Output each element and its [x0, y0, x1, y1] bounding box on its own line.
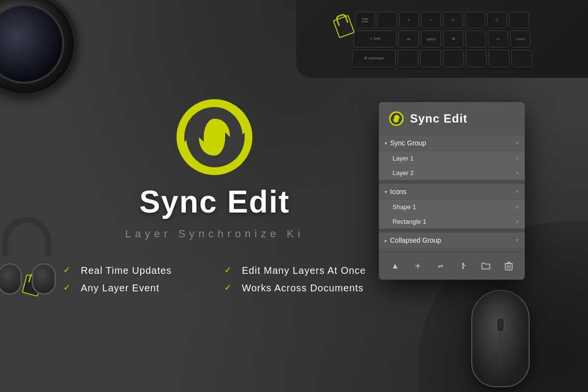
icons-group-chevron: ▾ — [385, 189, 387, 195]
check-icon-4: ✓ — [224, 282, 236, 294]
check-icon-1: ✓ — [63, 265, 75, 276]
panel-logo-icon — [389, 111, 404, 126]
left-panel: Sync Edit Layer Synchronize Ki ✓ Real Ti… — [63, 98, 366, 294]
icons-group: ▾ Icons × Shape 1 × Rectangle 1 × — [379, 184, 525, 229]
group-divider-1 — [379, 180, 525, 184]
rect-1-name: Rectangle 1 — [392, 218, 426, 225]
sync-group-name: Sync Group — [390, 139, 426, 147]
panel-toolbar: ▲ + ⇌ — [379, 252, 525, 280]
toolbar-delete-button[interactable] — [501, 258, 517, 274]
app-logo — [176, 98, 253, 176]
sync-group-header[interactable]: ▾ Sync Group × — [379, 135, 525, 151]
folder-icon — [481, 262, 490, 270]
app-subtitle: Layer Synchronize Ki — [125, 228, 304, 240]
sync-edit-panel: Sync Edit ▾ Sync Group × Layer 1 × Layer… — [379, 102, 525, 280]
collapsed-group-close[interactable]: × — [516, 237, 519, 244]
check-icon-3: ✓ — [63, 282, 75, 294]
collapsed-group-header[interactable]: ▸ Collapsed Group × — [379, 232, 525, 248]
feature-text-2: Edit Many Layers At Once — [242, 265, 366, 276]
sync-group-header-left: ▾ Sync Group — [385, 139, 426, 147]
sync-group-close[interactable]: × — [516, 140, 519, 146]
feature-text-1: Real Time Updates — [81, 265, 172, 276]
sync-group: ▾ Sync Group × Layer 1 × Layer 2 × — [379, 135, 525, 180]
feature-any-layer: ✓ Any Layer Event — [63, 282, 205, 294]
toolbar-folder-button[interactable] — [478, 258, 494, 274]
trash-icon — [505, 262, 513, 270]
layer-item-rect1[interactable]: Rectangle 1 × — [379, 214, 525, 229]
toolbar-add-button[interactable]: + — [410, 258, 426, 274]
features-list: ✓ Real Time Updates ✓ Edit Many Layers A… — [63, 265, 366, 294]
icons-group-header[interactable]: ▾ Icons × — [379, 184, 525, 199]
sync-group-chevron: ▾ — [385, 141, 387, 146]
shape-1-name: Shape 1 — [392, 203, 416, 211]
layer-item-2[interactable]: Layer 2 × — [379, 165, 525, 180]
feature-real-time: ✓ Real Time Updates — [63, 265, 205, 276]
feature-text-3: Any Layer Event — [81, 283, 160, 294]
layer-item-1[interactable]: Layer 1 × — [379, 151, 525, 165]
icons-group-name: Icons — [390, 188, 406, 196]
layer-1-close[interactable]: × — [516, 155, 519, 162]
logo-container: Sync Edit Layer Synchronize Ki — [125, 98, 304, 240]
layer-2-name: Layer 2 — [392, 169, 413, 177]
icons-group-close[interactable]: × — [516, 188, 519, 195]
layer-item-shape1[interactable]: Shape 1 × — [379, 199, 525, 214]
panel-title: Sync Edit — [410, 112, 467, 125]
collapsed-group-name: Collapsed Group — [390, 236, 441, 244]
toolbar-move-up-button[interactable]: ▲ — [387, 258, 403, 274]
collapsed-group: ▸ Collapsed Group × — [379, 232, 525, 248]
layer-1-name: Layer 1 — [392, 155, 413, 162]
toolbar-target-button[interactable] — [455, 258, 471, 274]
app-title: Sync Edit — [139, 184, 290, 220]
panel-header: Sync Edit — [379, 102, 525, 135]
toolbar-sync-button[interactable]: ⇌ — [433, 258, 448, 274]
collapsed-group-header-left: ▸ Collapsed Group — [385, 236, 441, 244]
feature-text-4: Works Across Documents — [242, 283, 364, 294]
feature-edit-many: ✓ Edit Many Layers At Once — [224, 265, 366, 276]
collapsed-group-chevron: ▸ — [385, 238, 387, 243]
icons-group-header-left: ▾ Icons — [385, 188, 406, 196]
panel-body: ▾ Sync Group × Layer 1 × Layer 2 × ▾ Ico… — [379, 135, 525, 280]
target-icon — [459, 262, 467, 270]
layer-2-close[interactable]: × — [516, 170, 519, 177]
feature-works-across: ✓ Works Across Documents — [224, 282, 366, 294]
rect-1-close[interactable]: × — [516, 218, 519, 225]
check-icon-2: ✓ — [224, 265, 236, 276]
group-divider-2 — [379, 229, 525, 232]
shape-1-close[interactable]: × — [516, 204, 519, 211]
